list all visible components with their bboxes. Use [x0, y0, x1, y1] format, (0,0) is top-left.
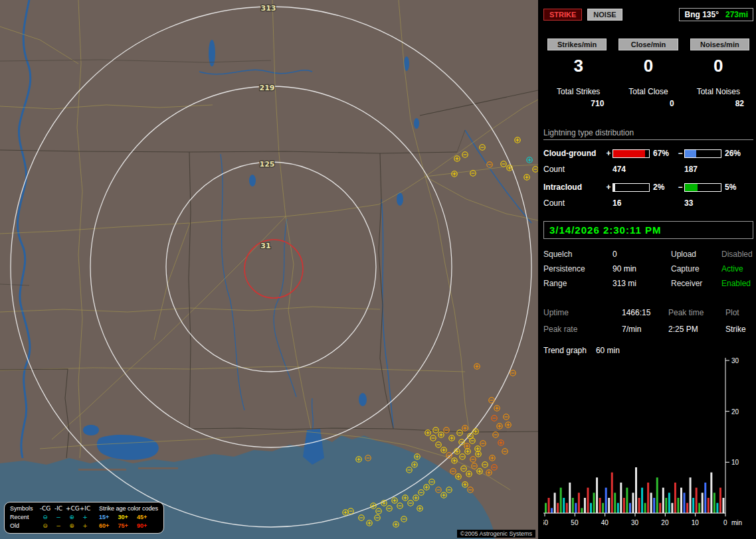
- svg-text:60: 60: [543, 519, 549, 526]
- plot-value: Strike: [725, 325, 753, 334]
- status-panel: STRIKE NOISE Bng 135° 273mi Strikes/min …: [543, 0, 753, 539]
- total-noises-value: 82: [684, 99, 753, 108]
- map-svg[interactable]: 31321912531: [0, 0, 538, 539]
- squelch-label: Squelch: [543, 250, 613, 259]
- capture-label: Capture: [671, 264, 721, 273]
- cg-minus-bar: [684, 149, 721, 158]
- totals: Total Strikes Total Close Total Noises 7…: [543, 87, 753, 108]
- total-strikes-label: Total Strikes: [543, 87, 613, 96]
- total-close-value: 0: [613, 99, 683, 108]
- upload-label: Upload: [671, 250, 721, 259]
- total-strikes-value: 710: [543, 99, 613, 108]
- receiver-value: Enabled: [721, 279, 753, 288]
- svg-text:31: 31: [260, 242, 270, 250]
- legend-ages-recent: 15+ 30+ 45+: [99, 513, 158, 522]
- ic-minus-pct: 5%: [721, 183, 744, 192]
- peak-rate-label: Peak rate: [543, 325, 622, 334]
- intracloud-label: Intracloud: [543, 183, 605, 192]
- legend-col-neg-ic: -IC: [52, 504, 64, 513]
- range-value: 313 mi: [613, 279, 671, 288]
- upload-value: Disabled: [721, 250, 753, 259]
- old-plus-icon: +: [79, 522, 91, 530]
- map-legend: Symbols -CG -IC +CG +IC Strike age color…: [4, 502, 164, 534]
- peak-time-value: 2:25 PM: [668, 325, 725, 334]
- squelch-value: 0: [613, 250, 671, 259]
- count-label: Count: [543, 198, 605, 208]
- copyright-notice: ©2005 Astrogenic Systems: [457, 530, 535, 538]
- recent-circle-plus-icon: ⊕: [66, 513, 78, 522]
- close-per-min-chip: Close/min: [618, 38, 678, 50]
- minus-sign: −: [676, 183, 684, 192]
- recent-minus-icon: −: [52, 513, 64, 522]
- distance-value: 273mi: [725, 10, 748, 19]
- legend-col-pos-ic: +IC: [79, 504, 91, 513]
- persistence-value: 90 min: [613, 264, 671, 273]
- session-grid: Uptime 1466:15 Peak time Plot Peak rate …: [543, 308, 753, 334]
- plot-label: Plot: [725, 308, 753, 317]
- rate-values: 3 0 0: [543, 56, 753, 76]
- svg-text:219: 219: [260, 84, 275, 92]
- lightning-map[interactable]: 31321912531 Symbols -CG -IC +CG +IC Stri…: [0, 0, 538, 539]
- trend-graph: 1020306050403020100min: [543, 355, 753, 530]
- ic-minus-count: 33: [684, 198, 753, 208]
- svg-text:10: 10: [692, 519, 700, 526]
- cg-minus-count: 187: [684, 165, 753, 174]
- panel-header: STRIKE NOISE Bng 135° 273mi: [543, 8, 753, 21]
- distribution-title: Lightning type distribution: [543, 128, 753, 140]
- svg-text:20: 20: [731, 408, 739, 416]
- svg-text:313: 313: [261, 4, 276, 13]
- total-close-label: Total Close: [613, 87, 683, 96]
- svg-text:50: 50: [571, 519, 579, 526]
- range-label: Range: [543, 279, 613, 288]
- cloud-ground-counts: Count 474 187: [543, 165, 753, 174]
- cg-plus-bar: [613, 149, 650, 158]
- persistence-label: Persistence: [543, 264, 613, 273]
- old-circle-plus-icon: ⊕: [66, 522, 78, 530]
- legend-row-old-label: Old: [10, 522, 38, 530]
- minus-sign: −: [676, 149, 684, 158]
- noises-per-min-value: 0: [684, 56, 753, 76]
- cloud-ground-label: Cloud-ground: [543, 149, 605, 158]
- plus-sign: +: [605, 183, 613, 192]
- bearing-value: Bng 135°: [684, 10, 718, 19]
- datetime-display: 3/14/2026 2:30:11 PM: [543, 221, 753, 239]
- legend-col-pos-cg: +CG: [66, 504, 78, 513]
- cg-minus-pct: 26%: [721, 149, 744, 158]
- ic-plus-bar: [613, 183, 650, 192]
- ic-minus-bar: [684, 183, 721, 192]
- noise-toggle-button[interactable]: NOISE: [587, 9, 622, 21]
- strike-toggle-button[interactable]: STRIKE: [543, 9, 582, 21]
- strikes-per-min-chip: Strikes/min: [547, 38, 607, 50]
- capture-value: Active: [721, 264, 753, 273]
- legend-col-neg-cg: -CG: [39, 504, 51, 513]
- legend-ages-old: 60+ 75+ 90+: [99, 522, 158, 530]
- old-minus-icon: −: [52, 522, 64, 530]
- svg-text:min: min: [731, 519, 742, 526]
- ic-plus-count: 16: [613, 198, 676, 208]
- cg-plus-count: 474: [613, 165, 676, 174]
- ic-plus-pct: 2%: [650, 183, 676, 192]
- trend-graph-window: 60 min: [596, 346, 620, 355]
- old-circle-minus-icon: ⊖: [39, 522, 51, 530]
- status-grid: Squelch 0 Upload Disabled Persistence 90…: [543, 250, 753, 288]
- svg-text:125: 125: [260, 160, 275, 169]
- rate-chips: Strikes/min Close/min Noises/min: [543, 38, 753, 50]
- cg-plus-pct: 67%: [650, 149, 676, 158]
- plus-sign: +: [605, 149, 613, 158]
- svg-text:0: 0: [723, 519, 727, 526]
- svg-text:30: 30: [731, 357, 739, 364]
- total-noises-label: Total Noises: [684, 87, 753, 96]
- intracloud-row: Intracloud + 2% − 5%: [543, 183, 753, 192]
- strikes-per-min-value: 3: [543, 56, 613, 76]
- uptime-value: 1466:15: [622, 308, 668, 317]
- noises-per-min-chip: Noises/min: [690, 38, 749, 50]
- cloud-ground-row: Cloud-ground + 67% − 26%: [543, 149, 753, 158]
- svg-text:30: 30: [631, 519, 639, 526]
- legend-age-title: Strike age color codes: [99, 504, 158, 513]
- trend-graph-label: Trend graph: [543, 346, 587, 355]
- count-label: Count: [543, 165, 605, 174]
- legend-row-recent-label: Recent: [10, 513, 38, 522]
- intracloud-counts: Count 16 33: [543, 198, 753, 208]
- svg-text:20: 20: [661, 519, 669, 526]
- bearing-display: Bng 135° 273mi: [679, 8, 753, 21]
